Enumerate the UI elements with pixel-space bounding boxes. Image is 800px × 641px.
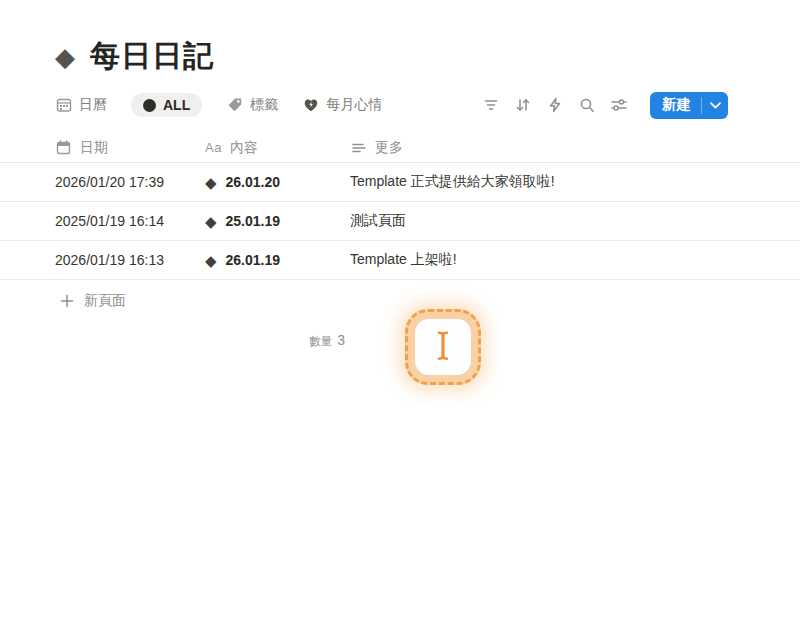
tab-label: 標籤 bbox=[250, 96, 278, 114]
table-row[interactable]: 2025/01/19 16:14 ◆ 25.01.19 測試頁面 bbox=[0, 202, 800, 241]
cell-date[interactable]: 2026/01/20 17:39 bbox=[55, 174, 205, 190]
cell-title[interactable]: ◆ 26.01.19 bbox=[205, 252, 350, 268]
row-title-text: 26.01.20 bbox=[226, 174, 281, 190]
chevron-down-icon[interactable] bbox=[702, 92, 728, 119]
tab-monthly-mood[interactable]: 每月心情 bbox=[302, 96, 382, 114]
calendar-view-icon bbox=[55, 97, 72, 114]
count-row: 數量3 bbox=[0, 332, 800, 349]
cell-more[interactable]: Template 上架啦! bbox=[350, 251, 800, 269]
cell-more[interactable]: 測試頁面 bbox=[350, 212, 800, 230]
table-row[interactable]: 2026/01/19 16:13 ◆ 26.01.19 Template 上架啦… bbox=[0, 241, 800, 280]
calendar-icon bbox=[55, 139, 72, 156]
table-header: 日期 Aa 內容 更多 bbox=[0, 133, 800, 163]
plus-icon bbox=[58, 293, 75, 310]
column-label: 更多 bbox=[375, 139, 403, 157]
cell-more[interactable]: Template 正式提供給大家領取啦! bbox=[350, 173, 800, 191]
new-button[interactable]: 新建 bbox=[650, 92, 728, 119]
count-summary[interactable]: 數量3 bbox=[205, 332, 350, 349]
sort-icon[interactable] bbox=[513, 96, 532, 115]
new-page-button[interactable]: 新頁面 bbox=[0, 287, 800, 315]
page-diamond-icon: ◆ bbox=[205, 253, 217, 268]
row-title-text: 25.01.19 bbox=[226, 213, 281, 229]
new-page-label: 新頁面 bbox=[84, 292, 126, 310]
heart-icon bbox=[302, 97, 319, 114]
diary-table: 日期 Aa 內容 更多 2026/01/20 17:39 ◆ bbox=[0, 133, 800, 349]
filter-icon[interactable] bbox=[481, 96, 500, 115]
count-value: 3 bbox=[337, 332, 345, 348]
column-header-more[interactable]: 更多 bbox=[350, 139, 800, 157]
page-diamond-icon: ◆ bbox=[205, 175, 217, 190]
cell-date[interactable]: 2025/01/19 16:14 bbox=[55, 213, 205, 229]
count-label: 數量 bbox=[309, 335, 332, 347]
page-title-row: ◆ 每日日記 bbox=[55, 36, 214, 77]
notion-page: ◆ 每日日記 日曆 ALL bbox=[0, 0, 800, 641]
tab-label: ALL bbox=[163, 97, 190, 113]
view-actions: 新建 bbox=[481, 92, 728, 119]
cell-title[interactable]: ◆ 25.01.19 bbox=[205, 213, 350, 229]
tab-label: 每月心情 bbox=[326, 96, 382, 114]
view-tabs: 日曆 ALL 標籤 bbox=[55, 93, 382, 117]
tag-icon bbox=[226, 97, 243, 114]
sliders-icon[interactable] bbox=[609, 96, 628, 115]
tab-all[interactable]: ALL bbox=[131, 93, 202, 117]
column-label: 日期 bbox=[80, 139, 108, 157]
view-bar: 日曆 ALL 標籤 bbox=[55, 90, 728, 120]
page-diamond-icon: ◆ bbox=[205, 214, 217, 229]
list-lines-icon bbox=[350, 139, 367, 156]
column-header-content[interactable]: Aa 內容 bbox=[205, 139, 350, 157]
search-icon[interactable] bbox=[577, 96, 596, 115]
column-label: 內容 bbox=[230, 139, 258, 157]
page-diamond-icon: ◆ bbox=[55, 44, 75, 70]
filled-circle-icon bbox=[143, 99, 156, 112]
column-header-date[interactable]: 日期 bbox=[55, 139, 205, 157]
tab-tags[interactable]: 標籤 bbox=[226, 96, 278, 114]
cell-title[interactable]: ◆ 26.01.20 bbox=[205, 174, 350, 190]
text-icon: Aa bbox=[205, 140, 222, 155]
row-title-text: 26.01.19 bbox=[226, 252, 281, 268]
table-row[interactable]: 2026/01/20 17:39 ◆ 26.01.20 Template 正式提… bbox=[0, 163, 800, 202]
new-button-label: 新建 bbox=[650, 92, 701, 119]
tab-calendar-view[interactable]: 日曆 bbox=[55, 96, 107, 114]
tab-label: 日曆 bbox=[79, 96, 107, 114]
lightning-icon[interactable] bbox=[545, 96, 564, 115]
cell-date[interactable]: 2026/01/19 16:13 bbox=[55, 252, 205, 268]
page-title: 每日日記 bbox=[90, 36, 214, 77]
